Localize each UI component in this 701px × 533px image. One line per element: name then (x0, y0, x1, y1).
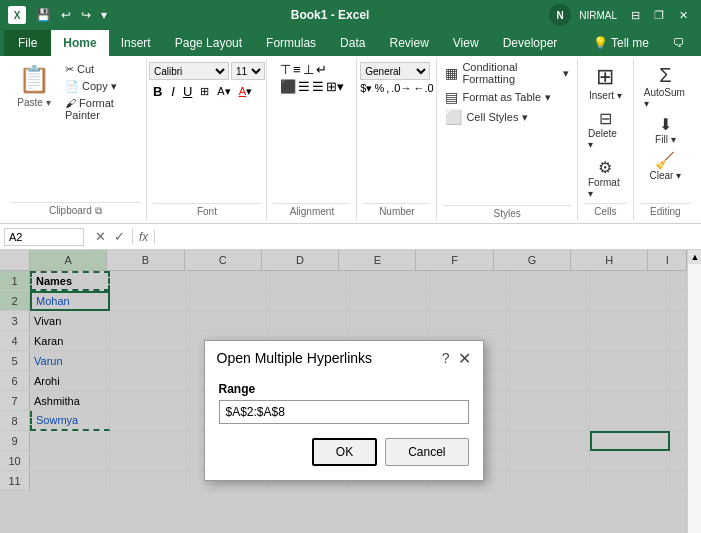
title-bar-left: X 💾 ↩ ↪ ▾ (8, 6, 111, 24)
range-label: Range (219, 382, 469, 396)
insert-cells-btn[interactable]: ⊞ Insert ▾ (585, 62, 626, 103)
fx-label: fx (133, 230, 155, 244)
align-left-btn[interactable]: ⬛ (280, 79, 296, 94)
main-area: A B C D E F G H I 1 Names (0, 250, 701, 533)
merge-btn[interactable]: ⊞▾ (326, 79, 344, 94)
ribbon-font: Calibri 11 B I U ⊞ A▾ A▾ Font (147, 58, 267, 221)
qa-dropdown[interactable]: ▾ (97, 6, 111, 24)
cancel-formula-btn[interactable]: ✕ (92, 229, 109, 244)
clear-btn[interactable]: 🧹 Clear ▾ (645, 149, 685, 183)
delete-cells-btn[interactable]: ⊟ Delete ▾ (584, 107, 627, 152)
font-family-select[interactable]: Calibri (149, 62, 229, 80)
menu-review[interactable]: Review (377, 30, 440, 56)
spreadsheet: A B C D E F G H I 1 Names (0, 250, 687, 533)
dialog-close-btn[interactable]: ✕ (458, 349, 471, 368)
dialog-cancel-btn[interactable]: Cancel (385, 438, 468, 466)
align-bottom-btn[interactable]: ⊥ (303, 62, 314, 77)
format-cells-btn[interactable]: ⚙ Format ▾ (584, 156, 627, 201)
title-bar-right: N NIRMAL ⊟ ❐ ✕ (549, 4, 693, 26)
paste-btn[interactable]: 📋 (10, 62, 58, 97)
vertical-scrollbar[interactable]: ▲ ▼ (687, 250, 701, 533)
dialog-title: Open Multiple Hyperlinks (217, 350, 373, 366)
cells-label: Cells (584, 203, 627, 217)
font-color-btn[interactable]: A▾ (236, 84, 255, 99)
bold-btn[interactable]: B (149, 82, 166, 101)
window-title: Book1 - Excel (111, 8, 549, 22)
cell-styles-btn[interactable]: ⬜ Cell Styles ▾ (443, 108, 571, 126)
ribbon-clipboard: 📋 Paste ▾ ✂ Cut 📄 Copy ▾ 🖌 Format Painte… (4, 58, 147, 221)
styles-label: Styles (443, 205, 571, 219)
align-right-btn[interactable]: ☰ (312, 79, 324, 94)
number-format-select[interactable]: General (360, 62, 430, 80)
paste-dropdown-btn[interactable]: Paste ▾ (10, 97, 58, 108)
title-bar: X 💾 ↩ ↪ ▾ Book1 - Excel N NIRMAL ⊟ ❐ ✕ (0, 0, 701, 30)
alignment-label: Alignment (273, 203, 350, 217)
clipboard-label: Clipboard ⧉ (10, 202, 140, 217)
fill-color-btn[interactable]: A▾ (214, 84, 233, 99)
save-btn[interactable]: 💾 (32, 6, 55, 24)
user-name: NIRMAL (579, 10, 617, 21)
dialog-title-actions: ? ✕ (442, 349, 471, 368)
menu-insert[interactable]: Insert (109, 30, 163, 56)
clipboard-small-btns: ✂ Cut 📄 Copy ▾ 🖌 Format Painter (62, 62, 140, 122)
ribbon: 📋 Paste ▾ ✂ Cut 📄 Copy ▾ 🖌 Format Painte… (0, 56, 701, 224)
cut-btn[interactable]: ✂ Cut (62, 62, 140, 77)
clipboard-dialog-btn[interactable]: ⧉ (95, 205, 102, 216)
copy-btn[interactable]: 📄 Copy ▾ (62, 79, 140, 94)
menu-tell-me[interactable]: 💡 Tell me (581, 30, 661, 56)
confirm-formula-btn[interactable]: ✓ (111, 229, 128, 244)
close-btn[interactable]: ✕ (673, 5, 693, 25)
comma-btn[interactable]: , (386, 82, 389, 95)
scroll-up-btn[interactable]: ▲ (688, 250, 701, 264)
scroll-track-v[interactable] (688, 264, 701, 533)
grid-area: A B C D E F G H I 1 Names (0, 250, 701, 533)
menu-share[interactable]: 🗨 (661, 30, 697, 56)
dialog-overlay: Open Multiple Hyperlinks ? ✕ Range OK Ca… (0, 250, 687, 533)
formula-input[interactable] (155, 230, 701, 244)
fill-btn[interactable]: ⬇ Fill ▾ (645, 113, 685, 147)
align-middle-btn[interactable]: ≡ (293, 62, 301, 77)
border-btn[interactable]: ⊞ (197, 84, 212, 99)
decrease-decimal-btn[interactable]: ←.0 (413, 82, 433, 95)
user-badge: N (549, 4, 571, 26)
minimize-btn[interactable]: ⊟ (625, 5, 645, 25)
ribbon-styles: ▦ Conditional Formatting ▾ ▤ Format as T… (437, 58, 578, 221)
dialog-title-bar: Open Multiple Hyperlinks ? ✕ (205, 341, 483, 374)
menu-formulas[interactable]: Formulas (254, 30, 328, 56)
menu-file[interactable]: File (4, 30, 51, 56)
undo-btn[interactable]: ↩ (57, 6, 75, 24)
dialog-help-btn[interactable]: ? (442, 350, 450, 366)
italic-btn[interactable]: I (168, 83, 178, 100)
menu-page-layout[interactable]: Page Layout (163, 30, 254, 56)
increase-decimal-btn[interactable]: .0→ (391, 82, 411, 95)
menu-home[interactable]: Home (51, 30, 108, 56)
percent-btn[interactable]: % (374, 82, 384, 95)
align-top-btn[interactable]: ⊤ (280, 62, 291, 77)
underline-btn[interactable]: U (180, 83, 195, 100)
align-center-btn[interactable]: ☰ (298, 79, 310, 94)
ribbon-alignment: ⊤ ≡ ⊥ ↵ ⬛ ☰ ☰ ⊞▾ Alignment (267, 58, 357, 221)
conditional-formatting-btn[interactable]: ▦ Conditional Formatting ▾ (443, 60, 571, 86)
open-hyperlinks-dialog: Open Multiple Hyperlinks ? ✕ Range OK Ca… (204, 340, 484, 481)
range-input[interactable] (219, 400, 469, 424)
redo-btn[interactable]: ↪ (77, 6, 95, 24)
menu-view[interactable]: View (441, 30, 491, 56)
dialog-buttons: OK Cancel (219, 438, 469, 466)
maximize-btn[interactable]: ❐ (649, 5, 669, 25)
formula-bar: ✕ ✓ fx (0, 224, 701, 250)
format-as-table-btn[interactable]: ▤ Format as Table ▾ (443, 88, 571, 106)
dialog-body: Range OK Cancel (205, 374, 483, 480)
autosum-btn[interactable]: Σ AutoSum ▾ (640, 62, 691, 111)
ribbon-cells: ⊞ Insert ▾ ⊟ Delete ▾ ⚙ Format ▾ Cells (578, 58, 634, 221)
name-box[interactable] (4, 228, 84, 246)
menu-data[interactable]: Data (328, 30, 377, 56)
menu-bar: File Home Insert Page Layout Formulas Da… (0, 30, 701, 56)
font-size-select[interactable]: 11 (231, 62, 265, 80)
menu-developer[interactable]: Developer (491, 30, 570, 56)
currency-btn[interactable]: $▾ (360, 82, 372, 95)
ribbon-number: General $▾ % , .0→ ←.0 Number (357, 58, 437, 221)
ribbon-editing: Σ AutoSum ▾ ⬇ Fill ▾ 🧹 Clear ▾ Editing (634, 58, 697, 221)
dialog-ok-btn[interactable]: OK (312, 438, 377, 466)
wrap-text-btn[interactable]: ↵ (316, 62, 327, 77)
format-painter-btn[interactable]: 🖌 Format Painter (62, 96, 140, 122)
